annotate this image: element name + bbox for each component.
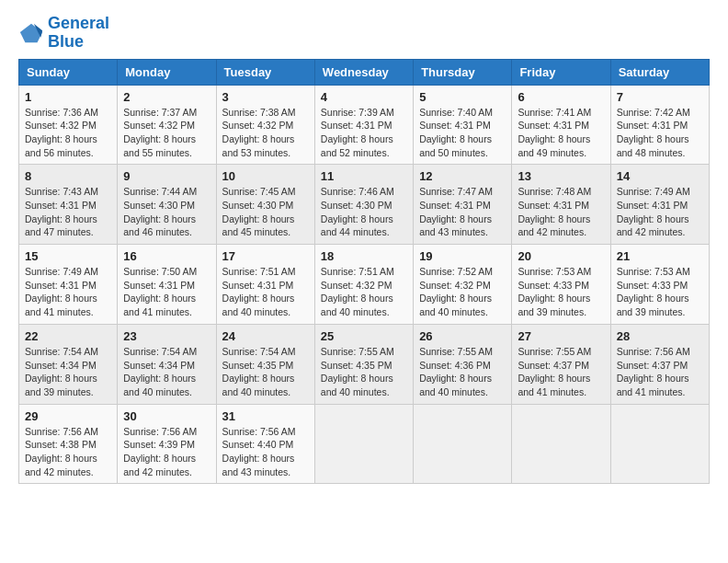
calendar-table: SundayMondayTuesdayWednesdayThursdayFrid… bbox=[18, 59, 710, 485]
calendar-cell: 22 Sunrise: 7:54 AM Sunset: 4:34 PM Dayl… bbox=[19, 324, 118, 404]
day-number: 5 bbox=[419, 90, 506, 104]
day-info: Sunrise: 7:46 AM Sunset: 4:30 PM Dayligh… bbox=[321, 185, 407, 239]
calendar-cell: 23 Sunrise: 7:54 AM Sunset: 4:34 PM Dayl… bbox=[118, 324, 216, 404]
logo-icon bbox=[18, 20, 44, 46]
day-number: 31 bbox=[222, 409, 309, 423]
calendar-cell: 14 Sunrise: 7:49 AM Sunset: 4:31 PM Dayl… bbox=[610, 165, 709, 245]
day-number: 13 bbox=[518, 169, 604, 183]
day-info: Sunrise: 7:51 AM Sunset: 4:31 PM Dayligh… bbox=[222, 265, 309, 319]
day-number: 6 bbox=[518, 90, 604, 104]
day-info: Sunrise: 7:36 AM Sunset: 4:32 PM Dayligh… bbox=[25, 106, 111, 160]
day-info: Sunrise: 7:56 AM Sunset: 4:40 PM Dayligh… bbox=[222, 425, 309, 479]
day-info: Sunrise: 7:49 AM Sunset: 4:31 PM Dayligh… bbox=[25, 265, 111, 319]
day-number: 1 bbox=[25, 90, 111, 104]
day-info: Sunrise: 7:54 AM Sunset: 4:34 PM Dayligh… bbox=[123, 345, 210, 399]
calendar-week-row: 22 Sunrise: 7:54 AM Sunset: 4:34 PM Dayl… bbox=[19, 324, 710, 404]
day-info: Sunrise: 7:44 AM Sunset: 4:30 PM Dayligh… bbox=[123, 185, 210, 239]
day-info: Sunrise: 7:40 AM Sunset: 4:31 PM Dayligh… bbox=[419, 106, 506, 160]
day-number: 8 bbox=[25, 169, 111, 183]
calendar-cell: 18 Sunrise: 7:51 AM Sunset: 4:32 PM Dayl… bbox=[314, 245, 413, 325]
calendar-day-header: Saturday bbox=[610, 59, 709, 85]
day-number: 12 bbox=[419, 169, 506, 183]
calendar-header-row: SundayMondayTuesdayWednesdayThursdayFrid… bbox=[19, 59, 710, 85]
calendar-day-header: Thursday bbox=[414, 59, 512, 85]
calendar-cell: 25 Sunrise: 7:55 AM Sunset: 4:35 PM Dayl… bbox=[314, 324, 413, 404]
day-info: Sunrise: 7:55 AM Sunset: 4:37 PM Dayligh… bbox=[518, 345, 604, 399]
calendar-cell: 29 Sunrise: 7:56 AM Sunset: 4:38 PM Dayl… bbox=[19, 404, 118, 484]
day-number: 19 bbox=[419, 249, 506, 263]
calendar-cell: 3 Sunrise: 7:38 AM Sunset: 4:32 PM Dayli… bbox=[216, 85, 314, 165]
day-number: 9 bbox=[123, 169, 210, 183]
day-info: Sunrise: 7:42 AM Sunset: 4:31 PM Dayligh… bbox=[617, 106, 703, 160]
day-number: 11 bbox=[321, 169, 407, 183]
day-number: 29 bbox=[25, 409, 111, 423]
calendar-cell: 12 Sunrise: 7:47 AM Sunset: 4:31 PM Dayl… bbox=[414, 165, 512, 245]
calendar-cell: 17 Sunrise: 7:51 AM Sunset: 4:31 PM Dayl… bbox=[216, 245, 314, 325]
day-info: Sunrise: 7:54 AM Sunset: 4:35 PM Dayligh… bbox=[222, 345, 309, 399]
calendar-cell: 24 Sunrise: 7:54 AM Sunset: 4:35 PM Dayl… bbox=[216, 324, 314, 404]
day-number: 26 bbox=[419, 329, 506, 343]
day-number: 17 bbox=[222, 249, 309, 263]
calendar-cell: 30 Sunrise: 7:56 AM Sunset: 4:39 PM Dayl… bbox=[118, 404, 216, 484]
day-number: 15 bbox=[25, 249, 111, 263]
day-info: Sunrise: 7:47 AM Sunset: 4:31 PM Dayligh… bbox=[419, 185, 506, 239]
calendar-cell: 2 Sunrise: 7:37 AM Sunset: 4:32 PM Dayli… bbox=[118, 85, 216, 165]
calendar-day-header: Friday bbox=[512, 59, 610, 85]
calendar-cell: 21 Sunrise: 7:53 AM Sunset: 4:33 PM Dayl… bbox=[610, 245, 709, 325]
day-info: Sunrise: 7:55 AM Sunset: 4:36 PM Dayligh… bbox=[419, 345, 506, 399]
day-info: Sunrise: 7:41 AM Sunset: 4:31 PM Dayligh… bbox=[518, 106, 604, 160]
calendar-week-row: 29 Sunrise: 7:56 AM Sunset: 4:38 PM Dayl… bbox=[19, 404, 710, 484]
day-number: 14 bbox=[617, 169, 703, 183]
day-number: 28 bbox=[617, 329, 703, 343]
calendar-cell: 19 Sunrise: 7:52 AM Sunset: 4:32 PM Dayl… bbox=[414, 245, 512, 325]
calendar-cell: 13 Sunrise: 7:48 AM Sunset: 4:31 PM Dayl… bbox=[512, 165, 610, 245]
calendar-cell: 4 Sunrise: 7:39 AM Sunset: 4:31 PM Dayli… bbox=[314, 85, 413, 165]
calendar-cell: 8 Sunrise: 7:43 AM Sunset: 4:31 PM Dayli… bbox=[19, 165, 118, 245]
calendar-day-header: Sunday bbox=[19, 59, 118, 85]
day-number: 10 bbox=[222, 169, 309, 183]
calendar-cell bbox=[414, 404, 512, 484]
calendar-cell: 5 Sunrise: 7:40 AM Sunset: 4:31 PM Dayli… bbox=[414, 85, 512, 165]
day-info: Sunrise: 7:54 AM Sunset: 4:34 PM Dayligh… bbox=[25, 345, 111, 399]
calendar-cell: 28 Sunrise: 7:56 AM Sunset: 4:37 PM Dayl… bbox=[610, 324, 709, 404]
day-info: Sunrise: 7:56 AM Sunset: 4:39 PM Dayligh… bbox=[123, 425, 210, 479]
calendar-week-row: 8 Sunrise: 7:43 AM Sunset: 4:31 PM Dayli… bbox=[19, 165, 710, 245]
calendar-week-row: 15 Sunrise: 7:49 AM Sunset: 4:31 PM Dayl… bbox=[19, 245, 710, 325]
day-number: 23 bbox=[123, 329, 210, 343]
day-info: Sunrise: 7:52 AM Sunset: 4:32 PM Dayligh… bbox=[419, 265, 506, 319]
calendar-cell: 27 Sunrise: 7:55 AM Sunset: 4:37 PM Dayl… bbox=[512, 324, 610, 404]
calendar-cell: 31 Sunrise: 7:56 AM Sunset: 4:40 PM Dayl… bbox=[216, 404, 314, 484]
day-number: 4 bbox=[321, 90, 407, 104]
day-info: Sunrise: 7:38 AM Sunset: 4:32 PM Dayligh… bbox=[222, 106, 309, 160]
day-info: Sunrise: 7:53 AM Sunset: 4:33 PM Dayligh… bbox=[518, 265, 604, 319]
calendar-cell: 9 Sunrise: 7:44 AM Sunset: 4:30 PM Dayli… bbox=[118, 165, 216, 245]
calendar-cell: 11 Sunrise: 7:46 AM Sunset: 4:30 PM Dayl… bbox=[314, 165, 413, 245]
day-info: Sunrise: 7:37 AM Sunset: 4:32 PM Dayligh… bbox=[123, 106, 210, 160]
day-number: 20 bbox=[518, 249, 604, 263]
day-number: 18 bbox=[321, 249, 407, 263]
header: General Blue bbox=[18, 15, 710, 52]
day-info: Sunrise: 7:45 AM Sunset: 4:30 PM Dayligh… bbox=[222, 185, 309, 239]
calendar-cell bbox=[314, 404, 413, 484]
calendar-cell: 16 Sunrise: 7:50 AM Sunset: 4:31 PM Dayl… bbox=[118, 245, 216, 325]
calendar-cell: 15 Sunrise: 7:49 AM Sunset: 4:31 PM Dayl… bbox=[19, 245, 118, 325]
calendar-cell bbox=[512, 404, 610, 484]
calendar-cell: 26 Sunrise: 7:55 AM Sunset: 4:36 PM Dayl… bbox=[414, 324, 512, 404]
calendar-day-header: Tuesday bbox=[216, 59, 314, 85]
calendar-day-header: Monday bbox=[118, 59, 216, 85]
day-info: Sunrise: 7:51 AM Sunset: 4:32 PM Dayligh… bbox=[321, 265, 407, 319]
day-info: Sunrise: 7:48 AM Sunset: 4:31 PM Dayligh… bbox=[518, 185, 604, 239]
day-number: 21 bbox=[617, 249, 703, 263]
day-number: 22 bbox=[25, 329, 111, 343]
day-number: 7 bbox=[617, 90, 703, 104]
calendar-cell: 10 Sunrise: 7:45 AM Sunset: 4:30 PM Dayl… bbox=[216, 165, 314, 245]
day-info: Sunrise: 7:39 AM Sunset: 4:31 PM Dayligh… bbox=[321, 106, 407, 160]
calendar-cell: 1 Sunrise: 7:36 AM Sunset: 4:32 PM Dayli… bbox=[19, 85, 118, 165]
day-number: 2 bbox=[123, 90, 210, 104]
logo: General Blue bbox=[18, 15, 109, 52]
day-info: Sunrise: 7:49 AM Sunset: 4:31 PM Dayligh… bbox=[617, 185, 703, 239]
calendar-cell bbox=[610, 404, 709, 484]
day-info: Sunrise: 7:43 AM Sunset: 4:31 PM Dayligh… bbox=[25, 185, 111, 239]
calendar-week-row: 1 Sunrise: 7:36 AM Sunset: 4:32 PM Dayli… bbox=[19, 85, 710, 165]
calendar-cell: 6 Sunrise: 7:41 AM Sunset: 4:31 PM Dayli… bbox=[512, 85, 610, 165]
